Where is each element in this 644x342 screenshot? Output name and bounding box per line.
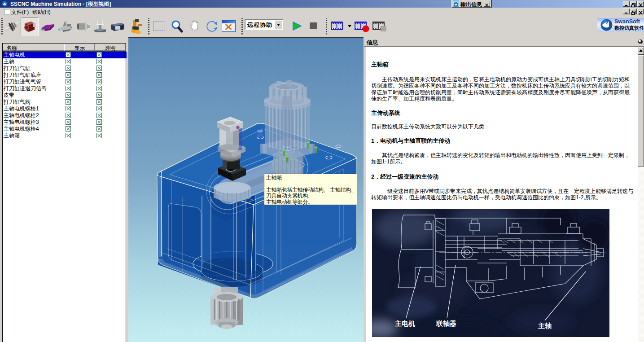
- svg-text:主轴: 主轴: [538, 322, 552, 329]
- svg-text:联轴器: 联轴器: [436, 320, 456, 327]
- svg-text:主电机: 主电机: [395, 320, 415, 327]
